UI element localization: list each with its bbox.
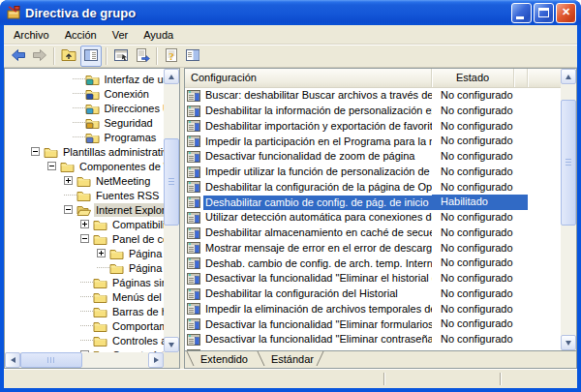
forward-button[interactable] — [29, 45, 50, 67]
tree-hscrollbar-thumb[interactable] — [20, 352, 82, 368]
title-bar[interactable]: Directiva de grupo ✕ — [0, 0, 581, 25]
policy-row[interactable]: Buscar: deshabilitar Buscar archivos a t… — [185, 88, 561, 104]
policy-row[interactable]: Utilizar detección automática para conex… — [185, 210, 561, 226]
tree-item[interactable]: Interfaz de usua — [5, 72, 164, 86]
tree-item-label[interactable]: Componentes de Wi — [77, 160, 164, 173]
tab-estndar[interactable]: Estándar — [258, 351, 323, 368]
policy-row[interactable]: Impedir la participación en el Programa … — [185, 134, 561, 149]
menu-item-accin[interactable]: Acción — [57, 27, 105, 43]
policy-row[interactable]: Mostrar mensaje de error en el error de … — [185, 241, 561, 256]
policy-row[interactable]: Desactivar funcionalidad de zoom de pági… — [185, 149, 561, 165]
back-arrow-icon — [11, 47, 26, 65]
scroll-down-button[interactable] — [561, 335, 576, 350]
export-list-button[interactable] — [132, 45, 153, 67]
properties-button[interactable] — [110, 45, 132, 67]
tree-item-label[interactable]: Página S — [127, 247, 164, 260]
tab-extendido[interactable]: Extendido — [187, 351, 258, 368]
tree-item[interactable]: Internet Explore — [5, 202, 164, 217]
scroll-left-button[interactable] — [5, 352, 20, 368]
scroll-up-button[interactable] — [164, 69, 179, 84]
tree-item[interactable]: Direcciones URL — [5, 101, 164, 115]
toolbar: ? — [4, 45, 577, 68]
back-button[interactable] — [8, 45, 29, 67]
expand-expander-icon[interactable] — [80, 220, 89, 228]
tree-item[interactable]: Barras de he — [5, 304, 164, 318]
policy-row[interactable]: Desactivar la funcionalidad "Eliminar el… — [185, 271, 561, 286]
policy-row[interactable]: Desactivar la funcionalidad "Eliminar fo… — [185, 317, 561, 332]
tree-item-label[interactable]: Página c — [127, 261, 164, 275]
scroll-up-button[interactable] — [561, 69, 576, 84]
column-header-configuracion[interactable]: Configuración — [185, 69, 432, 87]
tree-item[interactable]: NetMeeting — [5, 173, 164, 188]
column-header-estado[interactable]: Estado — [432, 69, 514, 87]
tree-connector — [64, 195, 76, 196]
tree-item-label[interactable]: Programas — [103, 131, 159, 144]
list-scrollbar-thumb[interactable] — [561, 100, 576, 226]
expand-expander-icon[interactable] — [64, 176, 73, 185]
policy-row[interactable]: Deshabilitar importación y exportación d… — [185, 119, 561, 135]
tree-item[interactable]: Programas — [5, 130, 164, 144]
show-hide-console-tree-button[interactable] — [80, 45, 102, 67]
tree-item-label[interactable]: Comportami — [110, 319, 164, 333]
tree-horizontal-scrollbar[interactable] — [5, 352, 164, 368]
tree-item-label[interactable]: Panel de cor — [110, 232, 164, 246]
policy-row[interactable]: Desactivar la funcionalidad "Eliminar co… — [185, 332, 561, 347]
list-vertical-scrollbar[interactable] — [561, 69, 576, 350]
tree-item-label[interactable]: Compatibilid — [110, 218, 164, 231]
policy-row[interactable]: Deshabilitar cambio de config. de pág. d… — [185, 195, 561, 210]
tree-item-label[interactable]: Controles ap — [110, 334, 164, 347]
collapse-expander-icon[interactable] — [80, 234, 89, 243]
tree-item-label[interactable]: Conexión — [103, 87, 151, 101]
tree-item[interactable]: Componentes de Wi — [5, 159, 164, 173]
tree-item-label[interactable]: Direcciones URL — [103, 102, 165, 115]
collapse-expander-icon[interactable] — [47, 162, 56, 170]
menu-item-archivo[interactable]: Archivo — [6, 27, 57, 43]
scroll-down-button[interactable] — [164, 337, 179, 352]
tree-item[interactable]: Fuentes RSS — [5, 188, 164, 202]
tree-item[interactable]: Plantillas administrativas — [5, 144, 164, 159]
tree-item[interactable]: Panel de cor — [5, 231, 164, 246]
tree-item-label[interactable]: Plantillas administrativas — [61, 145, 164, 159]
tree-scrollbar-thumb[interactable] — [164, 138, 179, 226]
tree-item-label[interactable]: Seguridad — [103, 116, 155, 130]
tree-item[interactable]: Conexión — [5, 86, 164, 101]
expand-expander-icon[interactable] — [97, 249, 106, 257]
minimize-button[interactable] — [511, 3, 532, 23]
tree-item-label[interactable]: Fuentes RSS — [94, 189, 161, 202]
tree-item[interactable]: Páginas sin c — [5, 275, 164, 289]
collapse-expander-icon[interactable] — [64, 205, 73, 214]
row-extra-cell — [514, 88, 528, 104]
policy-row[interactable]: Deshabilitar la configuración del Histor… — [185, 286, 561, 302]
tree-item[interactable]: Controles ap — [5, 333, 164, 347]
tree-item-label[interactable]: Menús del e — [110, 290, 164, 304]
tree-item[interactable]: Seguridad — [5, 115, 164, 130]
maximize-button[interactable] — [534, 3, 554, 23]
help-button[interactable]: ? — [161, 45, 182, 67]
close-button[interactable]: ✕ — [556, 3, 576, 23]
tree-item[interactable]: Página c — [5, 260, 164, 275]
tree-item-label[interactable]: NetMeeting — [94, 174, 152, 188]
tree-item[interactable]: Página S — [5, 246, 164, 260]
tree-vertical-scrollbar[interactable] — [164, 69, 179, 352]
tree-item-label[interactable]: Interfaz de usua — [103, 73, 165, 86]
scroll-right-button[interactable] — [148, 352, 164, 368]
tree-item-label[interactable]: Barras de he — [110, 305, 164, 318]
extended-view-button[interactable] — [182, 45, 203, 67]
column-header-extra[interactable] — [514, 69, 528, 87]
tree-item[interactable]: Comportami — [5, 318, 164, 333]
policy-row[interactable]: Deshabilitar la información de personali… — [185, 104, 561, 119]
policy-name: Deshabilitar la información de personali… — [203, 104, 432, 118]
menu-item-ayuda[interactable]: Ayuda — [136, 27, 181, 43]
policy-row[interactable]: Deshabilitar la configuración de la pági… — [185, 180, 561, 196]
up-one-level-button[interactable] — [58, 45, 79, 67]
policy-row[interactable]: Deshabilitar almacenamiento en caché de … — [185, 226, 561, 241]
tree-item-label[interactable]: Páginas sin c — [110, 276, 164, 289]
menu-item-ver[interactable]: Ver — [105, 27, 137, 43]
collapse-expander-icon[interactable] — [31, 147, 40, 156]
policy-row[interactable]: Impedir utilizar la función de personali… — [185, 165, 561, 180]
policy-row[interactable]: Impedir la eliminación de archivos tempo… — [185, 302, 561, 317]
policy-row[interactable]: Deshab. cambio de config. de arch. temp.… — [185, 256, 561, 271]
tree-item[interactable]: Compatibilid — [5, 217, 164, 231]
tree-item-label[interactable]: Internet Explore — [94, 203, 164, 217]
tree-item[interactable]: Menús del e — [5, 289, 164, 304]
